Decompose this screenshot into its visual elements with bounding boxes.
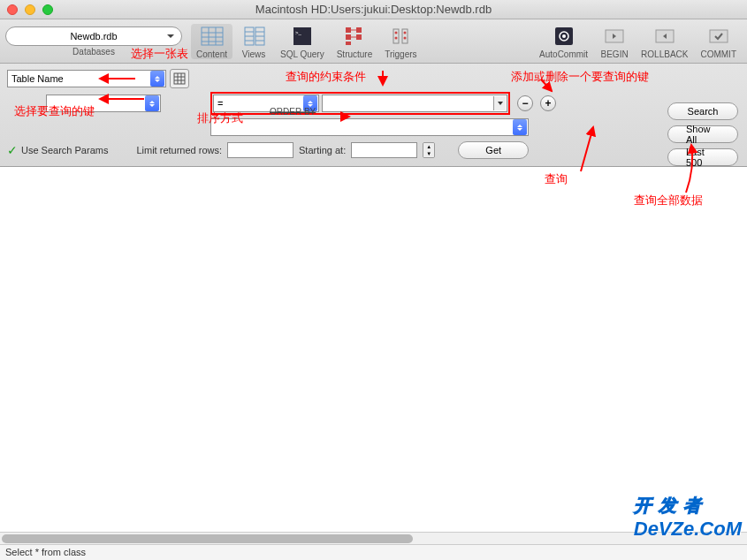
search-button[interactable]: Search — [667, 102, 738, 120]
remove-condition-button[interactable]: − — [517, 95, 533, 111]
tab-content[interactable]: Content — [191, 24, 232, 59]
filters-panel: Table Name = − + ORDER BY — [0, 64, 747, 167]
svg-text:>_: >_ — [295, 30, 302, 35]
last-500-button[interactable]: Last 500 — [667, 148, 738, 166]
condition-group: = — [210, 92, 510, 115]
svg-rect-20 — [356, 34, 362, 40]
svg-rect-35 — [174, 73, 185, 84]
autocommit-button[interactable]: AutoCommit — [534, 24, 593, 59]
tab-structure[interactable]: Structure — [332, 24, 378, 59]
rollback-button[interactable]: ROLLBACK — [636, 24, 693, 59]
starting-label: Starting at: — [299, 145, 346, 155]
database-dropdown[interactable]: Newdb.rdb — [5, 26, 182, 46]
structure-icon — [340, 24, 369, 49]
commit-icon — [705, 24, 733, 49]
chevron-down-icon — [493, 96, 506, 110]
chevron-updown-icon — [145, 95, 159, 111]
checkmark-icon: ✓ — [7, 143, 18, 157]
svg-point-28 — [404, 36, 407, 39]
svg-rect-34 — [710, 30, 728, 42]
svg-rect-24 — [402, 29, 408, 43]
results-area — [0, 167, 747, 529]
grid-button[interactable] — [170, 69, 189, 88]
database-label: Databases — [72, 47, 115, 57]
svg-point-26 — [404, 31, 407, 34]
window-title: Macintosh HD:Users:jukui:Desktop:Newdb.r… — [0, 3, 747, 16]
commit-button[interactable]: COMMIT — [695, 24, 742, 59]
sql-icon: >_ — [288, 24, 316, 49]
use-search-params-checkbox[interactable]: ✓ Use Search Params — [7, 143, 108, 157]
key-select[interactable] — [46, 95, 161, 112]
get-button[interactable]: Get — [458, 141, 529, 159]
watermark: 开发者 DeVZe.CoM — [634, 494, 742, 541]
starting-stepper[interactable]: ▲ ▼ — [423, 142, 435, 158]
limit-label: Limit returned rows: — [136, 145, 222, 155]
chevron-updown-icon — [150, 71, 164, 87]
order-by-select[interactable] — [210, 118, 529, 136]
svg-point-31 — [562, 34, 566, 38]
svg-rect-23 — [393, 29, 399, 43]
add-condition-button[interactable]: + — [540, 95, 556, 111]
svg-rect-17 — [346, 34, 351, 40]
svg-rect-18 — [346, 42, 351, 45]
svg-rect-16 — [346, 27, 351, 33]
gear-icon — [550, 24, 578, 49]
rollback-icon — [651, 24, 679, 49]
begin-icon — [600, 24, 629, 49]
order-by-label: ORDER BY — [270, 107, 316, 117]
toolbar: Newdb.rdb Databases Content Views >_ SQL… — [0, 19, 747, 64]
starting-input[interactable] — [351, 142, 417, 158]
show-all-button[interactable]: Show All — [667, 125, 738, 143]
status-text: Select * from class — [5, 547, 86, 557]
status-bar: Select * from class — [0, 544, 747, 560]
tab-sql-query[interactable]: >_ SQL Query — [275, 24, 330, 59]
content-icon — [198, 24, 226, 49]
scrollbar-thumb[interactable] — [2, 534, 413, 543]
titlebar: Macintosh HD:Users:jukui:Desktop:Newdb.r… — [0, 0, 747, 19]
chevron-up-icon[interactable]: ▲ — [423, 143, 434, 150]
limit-input[interactable] — [227, 142, 293, 158]
value-combo[interactable] — [322, 95, 507, 112]
begin-button[interactable]: BEGIN — [595, 24, 634, 59]
views-icon — [240, 24, 268, 49]
table-name-select[interactable]: Table Name — [7, 70, 166, 87]
tab-triggers[interactable]: Triggers — [379, 24, 422, 59]
svg-point-27 — [395, 36, 398, 39]
svg-rect-19 — [356, 27, 362, 33]
svg-point-25 — [395, 31, 398, 34]
svg-rect-0 — [202, 27, 223, 45]
triggers-icon — [386, 24, 415, 49]
tab-views[interactable]: Views — [234, 24, 273, 59]
chevron-updown-icon — [513, 119, 527, 135]
chevron-down-icon[interactable]: ▼ — [423, 150, 434, 157]
